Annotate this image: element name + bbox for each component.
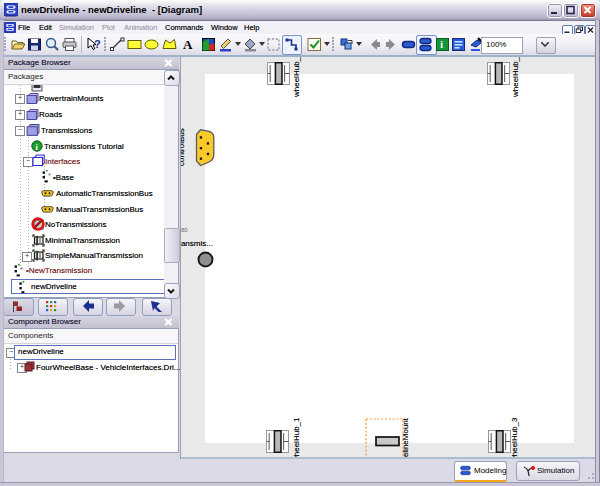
svg-text:i: i xyxy=(440,39,443,50)
svg-text:?: ? xyxy=(94,38,101,50)
